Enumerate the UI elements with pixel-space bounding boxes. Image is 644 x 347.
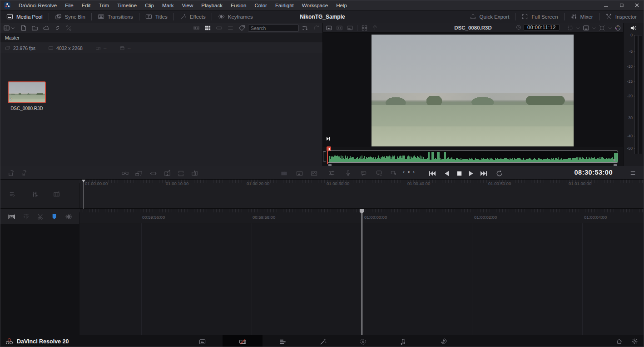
place-on-top-icon[interactable] (177, 170, 185, 177)
minimize-icon[interactable] (598, 0, 614, 10)
crop-tool-icon[interactable] (567, 25, 574, 31)
waveform-scrubber[interactable] (327, 151, 618, 163)
loop-icon[interactable] (495, 170, 503, 177)
stop-icon[interactable] (456, 170, 463, 177)
sync-bin-button[interactable]: Sync Bin (49, 10, 91, 23)
trim-mode-icon[interactable] (22, 213, 30, 221)
titles-button[interactable]: Titles (139, 10, 173, 23)
page-fairlight-button[interactable] (383, 335, 423, 347)
keyframes-button[interactable]: Keyframes (212, 10, 259, 23)
ripple-overwrite-icon[interactable] (149, 170, 157, 177)
skip-to-end-icon[interactable] (480, 170, 488, 177)
page-media-button[interactable] (182, 335, 222, 347)
transform-tool-icon[interactable] (599, 25, 605, 31)
full-screen-button[interactable]: Full Screen (515, 10, 564, 23)
menu-item-playback[interactable]: Playback (197, 0, 227, 10)
smart-insert-icon[interactable] (121, 170, 129, 177)
color-wheel-icon[interactable] (614, 25, 621, 31)
viewer-video-area[interactable] (323, 33, 623, 147)
transition-keyframes-icon[interactable] (64, 213, 72, 221)
filmstrip-view-icon[interactable] (216, 25, 223, 31)
maximize-icon[interactable] (614, 0, 629, 10)
append-audio-icon[interactable] (20, 170, 27, 176)
metadata-view-icon[interactable] (193, 25, 200, 31)
menu-item-fairlight[interactable]: Fairlight (271, 0, 298, 10)
effects-button[interactable]: Effects (174, 10, 212, 23)
bin-breadcrumb[interactable]: Master (0, 33, 322, 42)
transform-chevron-icon[interactable] (607, 25, 613, 31)
menu-item-help[interactable]: Help (332, 0, 351, 10)
resolution-preset-icon[interactable] (583, 25, 590, 31)
page-color-button[interactable] (343, 335, 383, 347)
media-pool-button[interactable]: Media Pool (0, 10, 49, 23)
source-tape-mode-icon[interactable] (336, 25, 343, 31)
speaker-icon[interactable] (630, 25, 637, 31)
jump-to-end-icon[interactable] (326, 136, 331, 141)
live-overwrite-icon[interactable] (372, 25, 378, 31)
import-folder-icon[interactable] (31, 25, 38, 31)
multicam-view-icon[interactable] (361, 25, 368, 31)
waveform-playhead[interactable] (327, 151, 328, 164)
sort-order-icon[interactable] (302, 25, 308, 31)
menu-item-edit[interactable]: Edit (78, 0, 95, 10)
clip-thumbnail[interactable]: ♪ (8, 81, 46, 103)
page-cut-button[interactable] (223, 335, 263, 347)
menu-item-clip[interactable]: Clip (141, 0, 158, 10)
media-pool-content[interactable]: ♪ DSC_0080.R3D (0, 54, 322, 166)
refresh-icon[interactable] (313, 25, 320, 31)
menu-item-timeline[interactable]: Timeline (113, 0, 141, 10)
flag-marker-icon[interactable] (50, 213, 58, 221)
menu-item-trim[interactable]: Trim (95, 0, 114, 10)
search-input[interactable] (251, 25, 296, 31)
play-reverse-icon[interactable] (443, 170, 451, 177)
menu-item-file[interactable]: File (61, 0, 78, 10)
append-video-icon[interactable] (8, 170, 15, 176)
bin-list-icon[interactable] (3, 25, 10, 31)
jog-control[interactable]: ‹●› (403, 168, 417, 175)
transitions-button[interactable]: Transitions (92, 10, 139, 23)
timeline-options-icon[interactable] (9, 191, 16, 198)
track-visibility-icon[interactable] (53, 191, 60, 198)
jog-right-icon[interactable]: › (413, 168, 417, 175)
timeline-timecode[interactable]: 08:30:53:00 (575, 169, 613, 176)
viewer-timecode[interactable]: 00:00:11:12 (524, 24, 560, 30)
source-clip-mode-icon[interactable] (326, 25, 332, 31)
media-clip-card[interactable]: ♪ DSC_0080.R3D (8, 81, 46, 111)
overview-playhead[interactable] (84, 180, 84, 209)
detail-playhead[interactable] (362, 211, 362, 335)
inspector-button[interactable]: Inspector (599, 10, 643, 23)
close-icon[interactable] (629, 0, 644, 10)
bin-chevron-down-icon[interactable] (10, 25, 15, 31)
waveform-track-view-icon[interactable] (310, 170, 318, 177)
split-clips-view-icon[interactable] (280, 170, 288, 177)
menu-item-view[interactable]: View (178, 0, 198, 10)
track-mixer-icon[interactable] (31, 191, 39, 198)
timeline-detail[interactable]: 00:59:56:0000:59:58:0001:00:00:0001:00:0… (0, 209, 644, 335)
menu-item-color[interactable]: Color (250, 0, 271, 10)
quick-export-button[interactable]: Quick Export (464, 10, 515, 23)
menu-item-davinci-resolve[interactable]: DaVinci Resolve (15, 0, 61, 10)
mixer-button[interactable]: Mixer (565, 10, 599, 23)
split-clip-scissors-icon[interactable] (37, 213, 45, 221)
timeline-mode-icon[interactable] (347, 25, 353, 31)
settings-gear-icon[interactable] (631, 338, 638, 345)
duration-range-icon[interactable] (8, 213, 15, 221)
poi-marker-icon[interactable] (360, 170, 367, 176)
poi-add-icon[interactable] (376, 170, 382, 176)
play-forward-icon[interactable] (467, 170, 475, 177)
page-deliver-button[interactable] (423, 335, 463, 347)
import-media-icon[interactable] (20, 25, 27, 31)
unlink-clip-icon[interactable] (65, 25, 72, 31)
append-clip-icon[interactable] (135, 170, 143, 177)
sync-clip-icon[interactable] (390, 170, 397, 176)
microphone-icon[interactable] (345, 170, 352, 176)
cloud-import-icon[interactable] (43, 25, 50, 31)
menu-item-mark[interactable]: Mark (158, 0, 178, 10)
list-view-icon[interactable] (227, 25, 234, 31)
page-fusion-button[interactable] (303, 335, 343, 347)
page-edit-button[interactable] (263, 335, 302, 347)
source-overwrite-icon[interactable] (191, 170, 198, 177)
menu-item-workspace[interactable]: Workspace (298, 0, 332, 10)
skip-to-start-icon[interactable] (428, 170, 436, 177)
timeline-overview[interactable]: 01:00:00:0001:00:10:0001:00:20:0001:00:3… (0, 180, 644, 209)
